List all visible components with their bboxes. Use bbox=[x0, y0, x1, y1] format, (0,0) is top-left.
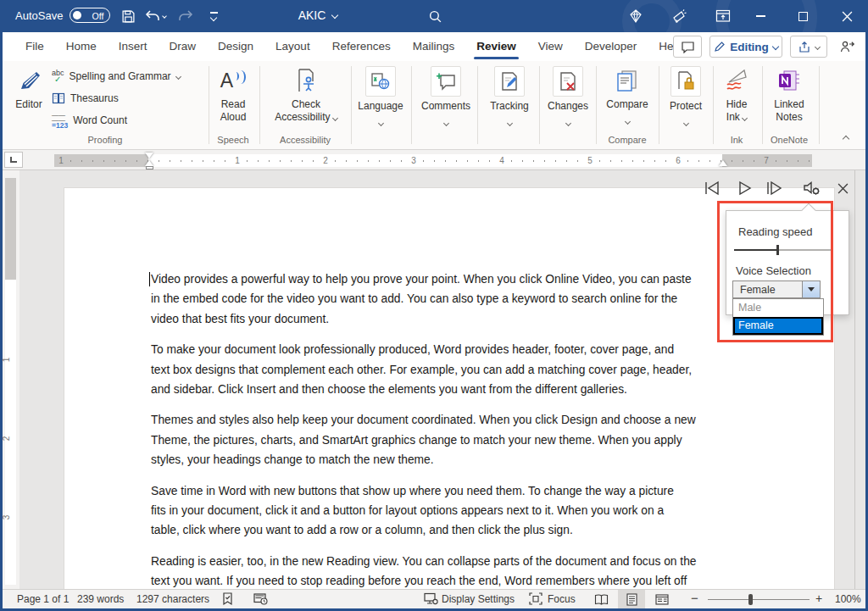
document-title[interactable]: AKIC bbox=[271, 8, 364, 22]
page-indicator[interactable]: Page 1 of 1 bbox=[17, 593, 69, 605]
right-indent-marker[interactable] bbox=[719, 160, 727, 166]
web-layout-button[interactable] bbox=[648, 590, 676, 608]
horizontal-ruler[interactable]: 1 1 2 3 4 5 6 7 bbox=[3, 150, 865, 170]
editor-button[interactable]: Editor bbox=[9, 66, 48, 111]
document-text[interactable]: Video provides a powerful way to help yo… bbox=[151, 269, 731, 589]
tab-developer[interactable]: Developer bbox=[574, 32, 648, 61]
read-aloud-settings-button[interactable] bbox=[801, 177, 823, 199]
zoom-slider[interactable] bbox=[708, 599, 810, 600]
read-aloud-button[interactable]: A Read Aloud bbox=[212, 66, 254, 123]
zoom-level[interactable]: 100% bbox=[835, 593, 861, 605]
combobox-dropdown-button[interactable] bbox=[802, 281, 820, 297]
tab-design[interactable]: Design bbox=[207, 32, 264, 61]
minimize-button[interactable] bbox=[748, 3, 773, 29]
share-icon bbox=[798, 41, 811, 53]
voice-option-female[interactable]: Female bbox=[733, 317, 823, 335]
tab-review[interactable]: Review bbox=[465, 32, 527, 61]
tracking-button[interactable]: Tracking bbox=[484, 66, 535, 128]
tab-file[interactable]: File bbox=[14, 32, 55, 61]
customize-quick-access-button[interactable] bbox=[203, 5, 224, 27]
tab-insert[interactable]: Insert bbox=[108, 32, 159, 61]
share-button[interactable] bbox=[790, 36, 827, 58]
paragraph: To make your document look professionall… bbox=[151, 340, 731, 399]
premium-diamond-icon[interactable] bbox=[623, 3, 648, 29]
print-layout-button[interactable] bbox=[618, 590, 645, 608]
reject-changes-icon bbox=[553, 66, 583, 97]
group-label-accessibility: Accessibility bbox=[280, 135, 331, 145]
next-paragraph-button[interactable] bbox=[764, 177, 786, 199]
maximize-button[interactable] bbox=[790, 3, 815, 29]
tab-home[interactable]: Home bbox=[55, 32, 108, 61]
voice-selection-combobox[interactable]: Female bbox=[732, 281, 821, 298]
save-button[interactable] bbox=[117, 5, 139, 27]
ribbon-display-options-button[interactable] bbox=[710, 3, 736, 29]
text-line: video that best fits your document. bbox=[151, 309, 731, 329]
tab-view[interactable]: View bbox=[527, 32, 574, 61]
zoom-slider-thumb[interactable] bbox=[748, 594, 753, 605]
zoom-out-button[interactable]: − bbox=[691, 591, 698, 605]
linked-notes-label-1: Linked bbox=[765, 98, 814, 111]
text-line: Theme, the pictures, charts, and SmartAr… bbox=[151, 430, 731, 450]
read-mode-button[interactable] bbox=[587, 590, 615, 608]
search-icon[interactable] bbox=[424, 5, 446, 27]
text-line: fits in your document, click it and a bu… bbox=[151, 501, 731, 520]
first-line-indent-marker[interactable] bbox=[145, 153, 153, 158]
text-line: text box designs that complement each ot… bbox=[151, 360, 731, 380]
close-button[interactable] bbox=[834, 3, 860, 29]
hide-ink-button[interactable]: Hide Ink bbox=[715, 66, 758, 123]
vertical-ruler[interactable]: 1 2 3 bbox=[3, 170, 19, 589]
display-settings-label[interactable]: Display Settings bbox=[442, 593, 515, 605]
combobox-value: Female bbox=[740, 284, 776, 296]
comments-button[interactable] bbox=[673, 36, 702, 58]
undo-button[interactable] bbox=[142, 5, 168, 27]
ribbon-comments-button[interactable]: Comments bbox=[418, 66, 474, 128]
editing-mode-button[interactable]: Editing bbox=[709, 36, 782, 58]
proofing-status-icon[interactable] bbox=[221, 592, 234, 606]
read-aloud-label-1: Read bbox=[212, 98, 254, 111]
redo-button[interactable] bbox=[175, 5, 197, 27]
feedback-megaphone-icon[interactable] bbox=[666, 3, 692, 29]
text-line: Save time in Word with new buttons that … bbox=[151, 481, 731, 501]
compare-button[interactable]: Compare bbox=[601, 66, 654, 126]
presenter-people-icon[interactable] bbox=[833, 36, 860, 58]
text-line: Themes and styles also help keep your do… bbox=[151, 410, 731, 430]
autosave-control[interactable]: AutoSave Off bbox=[15, 8, 110, 23]
tab-draw[interactable]: Draw bbox=[159, 32, 208, 61]
character-count-status[interactable]: 1297 characters bbox=[136, 593, 209, 605]
reading-speed-slider[interactable] bbox=[734, 249, 831, 251]
protect-button[interactable]: Protect bbox=[662, 66, 709, 128]
slider-thumb[interactable] bbox=[776, 245, 779, 255]
tab-mailings[interactable]: Mailings bbox=[402, 32, 466, 61]
check-accessibility-button[interactable]: Check Accessibility bbox=[272, 66, 340, 123]
tab-layout[interactable]: Layout bbox=[264, 32, 321, 61]
focus-icon[interactable] bbox=[529, 592, 542, 605]
display-settings-icon[interactable] bbox=[424, 592, 438, 605]
collapse-ribbon-button[interactable] bbox=[843, 132, 849, 144]
changes-button[interactable]: Changes bbox=[542, 66, 593, 128]
previous-paragraph-button[interactable] bbox=[701, 177, 723, 199]
word-count-button[interactable]: ————=123 Word Count bbox=[52, 112, 127, 129]
spelling-grammar-button[interactable]: abc✓ Spelling and Grammar bbox=[52, 68, 181, 85]
document-title-text: AKIC bbox=[298, 8, 326, 22]
spelling-grammar-label: Spelling and Grammar bbox=[70, 70, 171, 82]
title-bar: AutoSave Off AKIC bbox=[0, 0, 868, 32]
close-read-aloud-button[interactable] bbox=[832, 177, 854, 199]
word-count-status[interactable]: 239 words bbox=[77, 593, 124, 605]
chevron-down-icon bbox=[331, 12, 338, 19]
protect-label: Protect bbox=[662, 100, 709, 113]
ruler-number: 2 bbox=[3, 436, 11, 442]
language-button[interactable]: Language bbox=[354, 66, 407, 128]
chevron-down-icon bbox=[377, 119, 383, 125]
hanging-indent-marker[interactable] bbox=[145, 160, 153, 166]
thesaurus-button[interactable]: Thesaurus bbox=[52, 90, 119, 107]
tab-stop-selector[interactable] bbox=[4, 152, 23, 168]
linked-notes-button[interactable]: Linked Notes bbox=[765, 66, 814, 123]
zoom-in-button[interactable]: + bbox=[815, 592, 822, 605]
macro-recording-icon[interactable] bbox=[253, 593, 268, 605]
focus-label[interactable]: Focus bbox=[548, 593, 576, 605]
autosave-toggle[interactable]: Off bbox=[70, 8, 110, 23]
play-button[interactable] bbox=[733, 177, 755, 199]
tab-references[interactable]: References bbox=[321, 32, 402, 61]
left-indent-marker[interactable] bbox=[146, 166, 153, 169]
voice-option-male[interactable]: Male bbox=[733, 299, 823, 317]
